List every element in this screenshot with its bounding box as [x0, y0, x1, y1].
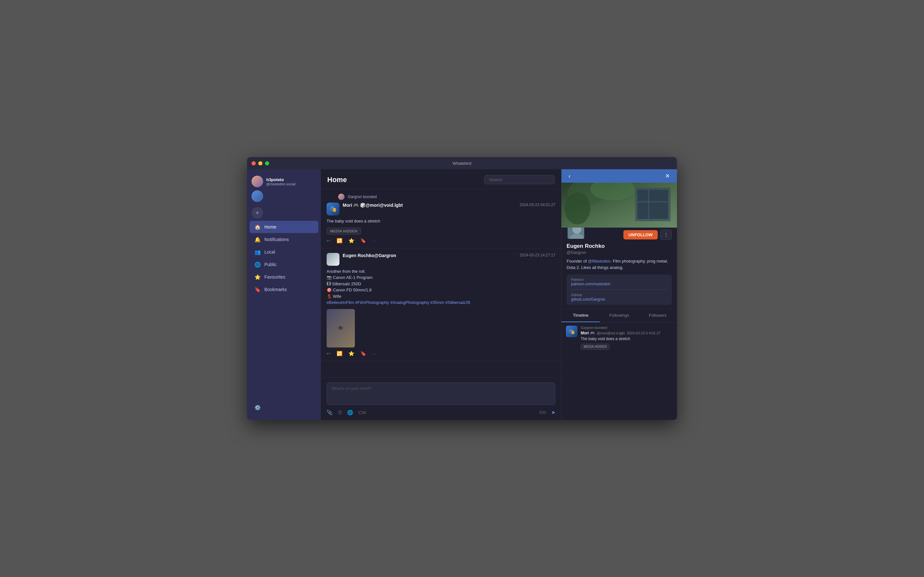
patreon-value[interactable]: patreon.com/mastodon	[571, 282, 667, 286]
sidebar-item-home[interactable]: 🏠 Home	[250, 221, 318, 233]
main-layout: h3poteto @mastodon.social + 🏠 Home	[247, 169, 677, 420]
reply-button-2[interactable]: ↩	[326, 351, 331, 356]
user-section: h3poteto @mastodon.social	[247, 172, 321, 207]
svg-rect-2	[638, 190, 668, 219]
attach-button[interactable]: 📎	[326, 410, 333, 416]
github-label: GitHub	[571, 293, 667, 297]
tab-followings[interactable]: Followings	[600, 309, 638, 322]
feed-title: Home	[327, 176, 347, 184]
avatar-image-secondary	[252, 190, 263, 202]
favourite-button-1[interactable]: ⭐	[349, 238, 355, 243]
mini-post-content-1: Gargron boosted Mori 🎮 @mori@voi d.lgbt …	[581, 326, 672, 350]
public-icon: 🌐	[255, 261, 260, 268]
post-avatar-2	[326, 253, 339, 266]
app-window: Whalebird h3poteto @mastodon.social	[247, 157, 677, 420]
more-button-1[interactable]: ···	[372, 238, 376, 243]
user-account-secondary[interactable]	[252, 190, 317, 202]
post-2: 2024-03-23 14:27:17 Eugen Rochko@Gargron…	[321, 248, 561, 361]
feed-header: Home	[321, 169, 561, 189]
sidebar-item-favourites-label: Favourites	[264, 274, 285, 279]
send-button[interactable]: ➤	[551, 409, 556, 416]
reply-button-1[interactable]: ↩	[326, 238, 331, 243]
profile-name: Eugen Rochko	[567, 243, 672, 250]
bookmark-button-2[interactable]: 🔖	[360, 351, 367, 356]
svg-point-7	[565, 192, 590, 224]
profile-cover-image	[561, 183, 677, 227]
tab-followers[interactable]: Followers	[638, 309, 677, 322]
cw-button[interactable]: CW	[359, 410, 367, 415]
post-time-1: 2024-03-23 04:01:27	[520, 203, 556, 207]
user-account-primary[interactable]: h3poteto @mastodon.social	[252, 176, 317, 187]
sidebar: h3poteto @mastodon.social + 🏠 Home	[247, 169, 321, 420]
compose-toolbar: 📎 ☰ 🌐 CW 500 ➤	[326, 409, 556, 416]
profile-bio: Founder of @Mastodon. Film photography, …	[567, 258, 672, 271]
search-input[interactable]	[484, 175, 555, 184]
tab-timeline[interactable]: Timeline	[561, 309, 600, 322]
svg-rect-3	[648, 190, 649, 219]
post-header-1: 🎭 2024-03-23 04:01:27 Mori 🎮 🎲@mori@void…	[326, 203, 556, 215]
patreon-label: Patreon	[571, 277, 667, 282]
profile-handle: @Gargron	[567, 250, 672, 255]
settings-icon: ⚙️	[255, 405, 260, 410]
profile-actions: UNFOLLOW ⋮	[624, 229, 672, 240]
minimize-button[interactable]	[258, 161, 262, 165]
patreon-link-item: Patreon patreon.com/mastodon	[571, 277, 667, 286]
sidebar-item-notifications[interactable]: 🔔 Notifications	[250, 234, 318, 245]
sidebar-item-bookmarks[interactable]: 🔖 Bookmarks	[250, 284, 318, 295]
traffic-lights	[252, 161, 269, 165]
boost-button-1[interactable]: 🔁	[336, 238, 342, 243]
add-account-button[interactable]: +	[252, 207, 263, 219]
sidebar-item-bookmarks-label: Bookmarks	[264, 287, 287, 292]
mini-post-1: 🎭 Gargron boosted Mori 🎮 @mori@voi d.lgb…	[566, 326, 672, 350]
profile-links: Patreon patreon.com/mastodon GitHub gith…	[567, 274, 672, 305]
close-button[interactable]	[252, 161, 256, 165]
local-icon: 👥	[255, 249, 260, 255]
notifications-icon: 🔔	[255, 237, 260, 242]
user-name: h3poteto	[266, 177, 296, 182]
unfollow-button[interactable]: UNFOLLOW	[624, 230, 658, 239]
sidebar-nav: 🏠 Home 🔔 Notifications 👥 Local 🌐 Public …	[247, 221, 321, 296]
post-meta-2: 2024-03-23 14:27:17 Eugen Rochko@Gargron	[342, 253, 556, 258]
visibility-button[interactable]: 🌐	[347, 410, 353, 416]
hashtags-2[interactable]: #BelieveInFilm #FilmPhotography #AnalogP…	[326, 300, 470, 305]
back-button[interactable]: ‹	[566, 171, 573, 181]
sidebar-item-notifications-label: Notifications	[264, 237, 289, 242]
profile-more-button[interactable]: ⋮	[660, 229, 672, 240]
github-value[interactable]: github.com/Gargron	[571, 297, 667, 301]
close-profile-button[interactable]: ✕	[662, 171, 672, 181]
more-button-2[interactable]: ···	[372, 351, 376, 356]
bookmark-button-1[interactable]: 🔖	[360, 238, 367, 243]
post-image-thumb-2[interactable]	[326, 309, 355, 348]
list-button[interactable]: ☰	[338, 410, 342, 416]
mastodon-link[interactable]: @Mastodon	[588, 259, 611, 263]
mini-author-1: Mori 🎮	[581, 331, 595, 335]
avatar-image-primary	[252, 176, 263, 187]
mini-handle-1: @mori@voi d.lgbt	[597, 331, 625, 335]
bookmarks-icon: 🔖	[255, 287, 260, 292]
avatar-secondary	[252, 190, 263, 202]
feed-scroll[interactable]: Gargron boosted 🎭 2024-03-23 04:01:27 Mo…	[321, 189, 561, 378]
titlebar: Whalebird	[247, 157, 677, 169]
post-body-2: Another from the roll. 📷 Canon AE-1 Prog…	[326, 268, 556, 306]
mini-post-header-1: Mori 🎮 @mori@voi d.lgbt 2024-03-23 0 4:0…	[581, 331, 672, 335]
sidebar-item-public[interactable]: 🌐 Public	[250, 258, 318, 271]
mini-media-hidden-1[interactable]: MEDIA HIDDEN	[581, 343, 610, 350]
media-hidden-button-1[interactable]: MEDIA HIDDEN	[326, 227, 361, 235]
favourites-icon: ⭐	[255, 274, 260, 280]
compose-input[interactable]	[326, 382, 556, 405]
maximize-button[interactable]	[265, 161, 269, 165]
window-title: Whalebird	[453, 161, 472, 166]
post-actions-1: ↩ 🔁 ⭐ 🔖 ···	[326, 238, 556, 243]
boost-button-2[interactable]: 🔁	[336, 351, 342, 356]
profile-info-section: UNFOLLOW ⋮ Eugen Rochko @Gargron Founder…	[561, 227, 677, 309]
char-count: 500	[539, 410, 546, 415]
settings-button[interactable]: ⚙️	[250, 401, 318, 414]
mini-text-1: The baby void does a stretch	[581, 336, 672, 342]
user-handle: @mastodon.social	[266, 182, 296, 186]
favourite-button-2[interactable]: ⭐	[349, 351, 355, 356]
compose-area: 📎 ☰ 🌐 CW 500 ➤	[321, 378, 561, 420]
sidebar-item-local[interactable]: 👥 Local	[250, 246, 318, 258]
post-avatar-eugen-img	[326, 253, 339, 266]
post-avatar-1: 🎭	[326, 203, 339, 215]
sidebar-item-favourites[interactable]: ⭐ Favourites	[250, 271, 318, 283]
